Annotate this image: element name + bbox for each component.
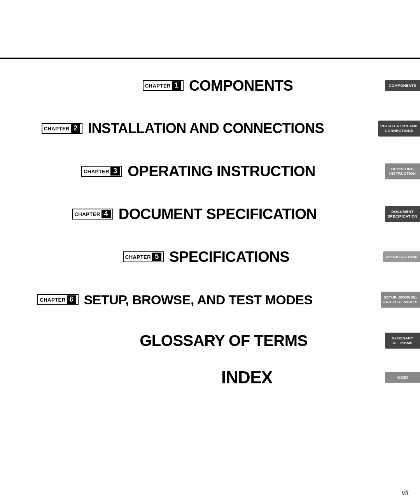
toc-container: Chapter 1 COMPONENTS COMPONENTS Chapter … (0, 64, 420, 485)
chapter6-badge: Chapter 6 (37, 294, 78, 305)
chapter4-badge-number: 4 (102, 210, 111, 218)
chapter5-badge-label: Chapter (125, 254, 151, 260)
chapter1-title: COMPONENTS (189, 77, 293, 94)
chapter4-title: DOCUMENT SPECIFICATION (119, 206, 317, 223)
chapter3-badge-number: 3 (110, 167, 120, 176)
toc-row-chapter6[interactable]: Chapter 6 SETUP, BROWSE, AND TEST MODES … (0, 278, 420, 321)
chapter1-badge-label: Chapter (145, 83, 171, 89)
chapter1-badge-number: 1 (172, 81, 181, 90)
index-tab[interactable]: INDEX (385, 372, 420, 383)
chapter1-badge: Chapter 1 (143, 80, 184, 91)
chapter5-badge-number: 5 (152, 253, 161, 261)
top-rule (0, 58, 420, 59)
chapter2-badge-label: Chapter (44, 126, 70, 132)
chapter3-title: OPERATING INSTRUCTION (128, 163, 315, 180)
chapter3-tab[interactable]: OPERATING INSTRUCTION (385, 163, 420, 179)
chapter5-tab[interactable]: SPECIFICATIONS (383, 251, 420, 262)
chapter4-badge-label: Chapter (74, 211, 100, 217)
chapter4-tab[interactable]: DOCUMENT SPECIFICATION (385, 206, 420, 222)
toc-row-glossary[interactable]: GLOSSARY OF TERMS GLOSSARY OF TERMS (0, 321, 420, 360)
chapter2-title: INSTALLATION AND CONNECTIONS (88, 120, 324, 137)
page-number: vii (402, 489, 408, 497)
toc-row-chapter4[interactable]: Chapter 4 DOCUMENT SPECIFICATION DOCUMEN… (0, 193, 420, 235)
chapter6-tab[interactable]: SETUP, BROWSE, AND TEST MODES (381, 292, 420, 308)
chapter2-badge-number: 2 (71, 124, 80, 133)
chapter2-badge: Chapter 2 (42, 123, 82, 134)
toc-row-chapter3[interactable]: Chapter 3 OPERATING INSTRUCTION OPERATIN… (0, 150, 420, 193)
glossary-title: GLOSSARY OF TERMS (140, 332, 308, 349)
toc-row-chapter2[interactable]: Chapter 2 INSTALLATION AND CONNECTIONS I… (0, 107, 420, 150)
toc-row-index[interactable]: INDEX INDEX (0, 360, 420, 395)
index-title: INDEX (221, 368, 273, 387)
glossary-tab[interactable]: GLOSSARY OF TERMS (385, 333, 420, 349)
chapter6-badge-label: Chapter (40, 297, 65, 303)
chapter5-title: SPECIFICATIONS (169, 249, 289, 265)
toc-row-chapter5[interactable]: Chapter 5 SPECIFICATIONS SPECIFICATIONS (0, 235, 420, 278)
chapter3-badge: Chapter 3 (81, 166, 122, 177)
toc-row-chapter1[interactable]: Chapter 1 COMPONENTS COMPONENTS (0, 64, 420, 107)
chapter6-badge-number: 6 (67, 295, 76, 304)
chapter5-badge: Chapter 5 (123, 251, 164, 262)
chapter1-tab[interactable]: COMPONENTS (385, 80, 420, 91)
chapter2-tab[interactable]: INSTALLATION AND CONNECTIONS (378, 121, 420, 137)
chapter6-title: SETUP, BROWSE, AND TEST MODES (84, 292, 313, 307)
chapter4-badge: Chapter 4 (72, 209, 113, 220)
chapter3-badge-label: Chapter (84, 169, 109, 174)
